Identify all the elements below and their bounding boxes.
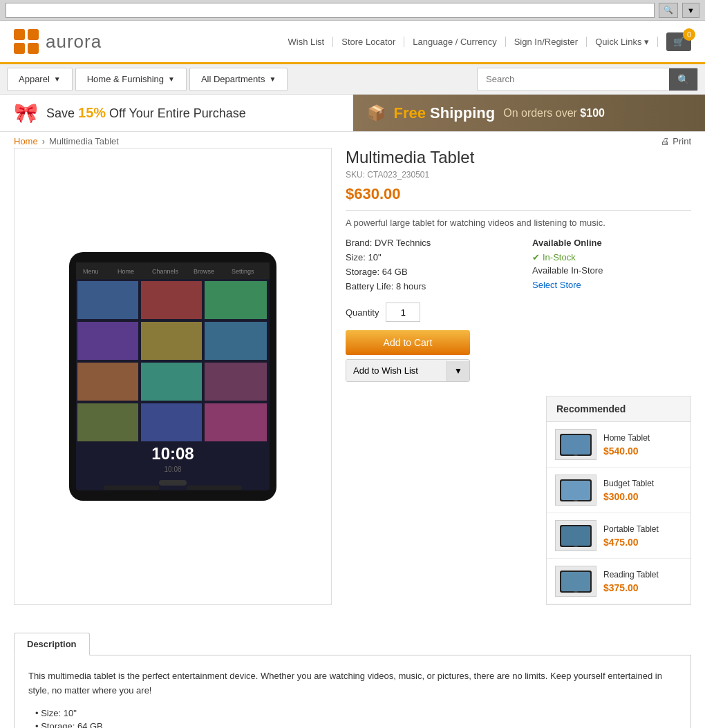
recommended-items: Home Tablet $540.00 Budget Tablet $300.0… (547, 422, 690, 604)
breadcrumb-current: Multimedia Tablet (49, 136, 119, 146)
quantity-row: Quantity (346, 303, 691, 322)
promo-shipping-icon: 📦 (367, 104, 386, 122)
promo-left: 🎀 Save 15% Off Your Entire Purchase (0, 95, 353, 131)
select-store-link[interactable]: Select Store (532, 280, 581, 290)
wish-list-row: Add to Wish List ▼ (346, 359, 470, 382)
browser-dropdown-btn[interactable]: ▼ (682, 3, 699, 18)
product-description: A powerful large tablet for watching vid… (346, 218, 691, 228)
recommended-item-1[interactable]: Budget Tablet $300.00 (547, 468, 690, 513)
rec-item-info-1: Budget Tablet $300.00 (603, 479, 682, 502)
url-bar[interactable]: http://localhost/webapp/wcs/stores/servl… (6, 3, 655, 18)
nav-language-currency[interactable]: Language / Currency (404, 37, 505, 47)
svg-rect-23 (205, 403, 267, 441)
svg-text:Channels: Channels (152, 268, 179, 275)
home-furnishing-label: Home & Furnishing (87, 74, 164, 84)
wish-list-dropdown-button[interactable]: ▼ (446, 361, 469, 381)
breadcrumb: Home › Multimedia Tablet (14, 136, 119, 146)
search-input[interactable] (478, 70, 669, 88)
nav-quick-links[interactable]: Quick Links ▾ (587, 37, 658, 47)
svg-rect-21 (77, 403, 138, 441)
available-online-label: Available Online (532, 238, 691, 248)
main-content: Menu Home Channels Browse Settings 10:08… (0, 148, 705, 619)
promo-amount: $100 (580, 107, 605, 119)
in-stock-status: ✔ In-Stock (532, 252, 691, 262)
product-image: Menu Home Channels Browse Settings 10:08… (62, 245, 283, 508)
browser-search-btn[interactable]: 🔍 (659, 3, 678, 18)
svg-rect-15 (77, 322, 138, 360)
svg-rect-18 (77, 363, 138, 401)
recommended-item-0[interactable]: Home Tablet $540.00 (547, 422, 690, 468)
product-details: Multimedia Tablet SKU: CTA023_230501 $63… (346, 148, 691, 382)
spec-item-0: Size: 10" (35, 708, 677, 718)
product-right: Multimedia Tablet SKU: CTA023_230501 $63… (346, 148, 691, 605)
top-bar: Home › Multimedia Tablet 🖨 Print (0, 132, 705, 148)
rec-item-name-2: Portable Tablet (603, 524, 682, 534)
svg-rect-1 (28, 29, 39, 40)
in-stock-label: In-Stock (543, 252, 576, 262)
svg-rect-30 (561, 435, 590, 454)
product-image-area: Menu Home Channels Browse Settings 10:08… (14, 148, 332, 605)
search-button[interactable]: 🔍 (669, 68, 697, 91)
logo-icon (14, 29, 39, 54)
product-specs: Brand: DVR Technics Size: 10" Storage: 6… (346, 238, 505, 296)
svg-text:Settings: Settings (232, 268, 254, 275)
rec-item-info-2: Portable Tablet $475.00 (603, 524, 682, 548)
print-button[interactable]: 🖨 Print (661, 136, 691, 146)
rec-item-image-1 (555, 475, 596, 506)
svg-rect-19 (141, 363, 202, 401)
nav-all-departments[interactable]: All Departments ▼ (189, 68, 288, 91)
svg-rect-3 (28, 43, 39, 54)
promo-bar: 🎀 Save 15% Off Your Entire Purchase 📦 Fr… (0, 95, 705, 132)
add-to-wish-list-button[interactable]: Add to Wish List (346, 360, 446, 381)
svg-rect-33 (561, 481, 590, 500)
add-to-cart-button[interactable]: Add to Cart (346, 330, 470, 355)
recommended-item-2[interactable]: Portable Tablet $475.00 (547, 513, 690, 559)
svg-rect-27 (104, 486, 159, 490)
product-divider (346, 210, 691, 211)
svg-rect-14 (205, 281, 267, 319)
nav-store-locator[interactable]: Store Locator (333, 37, 404, 47)
print-label: Print (673, 136, 691, 146)
svg-rect-12 (77, 281, 138, 319)
all-departments-dropdown-icon: ▼ (269, 75, 276, 83)
promo-ribbon-icon: 🎀 (14, 102, 38, 124)
rec-item-info-0: Home Tablet $540.00 (603, 433, 682, 457)
browser-bar: http://localhost/webapp/wcs/stores/servl… (0, 0, 705, 21)
check-icon: ✔ (532, 252, 540, 262)
svg-rect-31 (574, 454, 578, 456)
recommended-item-3[interactable]: Reading Tablet $375.00 (547, 559, 690, 604)
nav-wish-list[interactable]: Wish List (279, 37, 333, 47)
svg-text:Menu: Menu (83, 268, 99, 275)
quantity-input[interactable] (386, 303, 420, 322)
nav-sign-in[interactable]: Sign In/Register (506, 37, 588, 47)
rec-item-price-3: $375.00 (603, 582, 682, 593)
svg-rect-26 (159, 480, 187, 486)
logo-text: aurora (46, 31, 102, 52)
nav-home-furnishing[interactable]: Home & Furnishing ▼ (75, 68, 187, 91)
rec-item-image-0 (555, 429, 596, 460)
svg-rect-20 (205, 363, 267, 401)
all-departments-label: All Departments (201, 74, 265, 84)
tab-description[interactable]: Description (14, 633, 90, 655)
svg-rect-28 (187, 486, 242, 490)
svg-text:10:08: 10:08 (164, 466, 181, 473)
product-price: $630.00 (346, 185, 691, 203)
svg-text:10:08: 10:08 (151, 444, 194, 463)
promo-orders-text: On orders over $100 (503, 107, 605, 119)
promo-percent: 15% (78, 105, 106, 120)
nav-bar: Apparel ▼ Home & Furnishing ▼ All Depart… (0, 64, 705, 95)
svg-rect-40 (574, 591, 578, 593)
search-area: 🔍 (477, 68, 698, 91)
breadcrumb-home[interactable]: Home (14, 136, 38, 146)
cart-button[interactable]: 🛒 0 (666, 32, 691, 51)
product-title: Multimedia Tablet (346, 148, 691, 167)
product-info-row: Brand: DVR Technics Size: 10" Storage: 6… (346, 238, 691, 296)
rec-item-image-2 (555, 520, 596, 551)
spec-battery: Battery Life: 8 hours (346, 281, 505, 291)
svg-rect-2 (14, 43, 25, 54)
rec-item-price-0: $540.00 (603, 446, 682, 457)
svg-rect-16 (141, 322, 202, 360)
description-body: This multimedia tablet is the perfect en… (28, 669, 677, 698)
header-nav: Wish List Store Locator Language / Curre… (279, 32, 691, 51)
nav-apparel[interactable]: Apparel ▼ (7, 68, 73, 91)
